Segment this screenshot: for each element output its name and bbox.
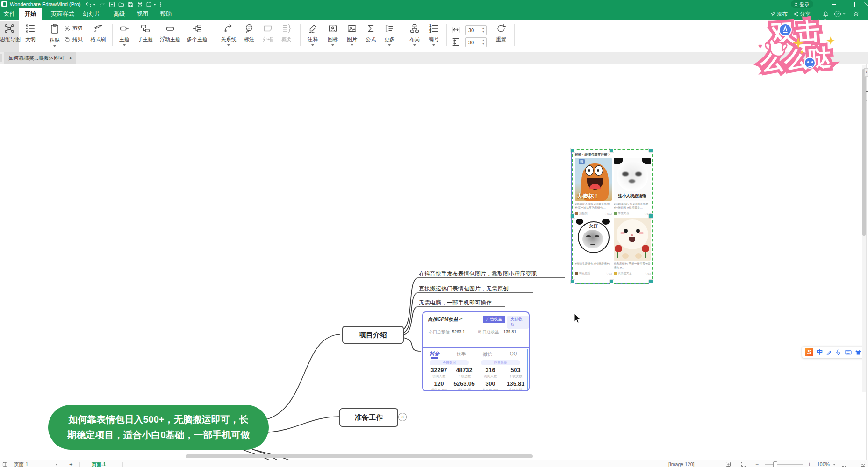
menu-page-style[interactable]: 页面样式 xyxy=(47,8,79,20)
print-icon[interactable] xyxy=(137,1,143,7)
ribbon-button-layout[interactable]: 布局 xyxy=(405,23,424,51)
panel-icon-fragment[interactable] xyxy=(866,117,868,123)
panel-icon-fragment[interactable] xyxy=(866,85,868,92)
horizontal-scrollbar-thumb[interactable] xyxy=(186,454,533,458)
menu-home[interactable]: 开始 xyxy=(19,8,42,20)
share-label[interactable]: 分享 xyxy=(800,8,811,20)
ribbon-button-icon[interactable]: 图标 xyxy=(323,23,342,51)
ribbon-button-formula[interactable]: 公式 xyxy=(362,23,380,51)
selection-handle[interactable] xyxy=(610,148,614,152)
save-icon[interactable] xyxy=(128,1,134,7)
open-folder-icon[interactable] xyxy=(118,1,124,7)
zoom-out-button[interactable]: − xyxy=(755,461,759,467)
ad-revenue-tab[interactable]: 广告收益 xyxy=(483,316,505,323)
ribbon-button-numbering[interactable]: 123 编号 xyxy=(424,23,443,51)
help-caret-icon[interactable] xyxy=(843,13,846,14)
undo-caret-icon[interactable] xyxy=(93,4,96,5)
add-page-button[interactable]: + xyxy=(69,461,73,467)
minimize-button[interactable] xyxy=(832,4,836,5)
minimap-icon[interactable] xyxy=(860,461,866,467)
branch-node-preparation[interactable]: 准备工作 xyxy=(339,408,398,427)
ime-toolbar[interactable]: S 中 xyxy=(802,347,868,358)
vspacing-down-icon[interactable]: ▼ xyxy=(482,42,485,46)
publish-icon[interactable] xyxy=(770,11,775,17)
horizontal-spacing-input[interactable]: ▲ ▼ xyxy=(465,25,487,35)
ribbon-button-subtopic[interactable]: 子主题 xyxy=(135,23,156,51)
central-topic-node[interactable]: 如何靠表情包日入500+，无脑搬运即可，长期稳定项目，适合小白0基础，一部手机可… xyxy=(48,405,269,450)
platform-tab-douyin[interactable]: 抖音 xyxy=(430,351,439,357)
zoom-level[interactable]: 100% xyxy=(817,461,830,467)
panel-icon-fragment[interactable] xyxy=(866,100,868,106)
ribbon-button-outline[interactable]: 大纲 xyxy=(22,23,39,51)
page-selector-caret-icon[interactable] xyxy=(56,464,58,465)
menu-file[interactable]: 文件 xyxy=(0,8,19,20)
notifications-bell-icon[interactable] xyxy=(823,11,829,17)
undo-icon[interactable] xyxy=(86,1,92,7)
horizontal-spacing-value[interactable] xyxy=(466,26,481,35)
topic-dropdown-icon[interactable] xyxy=(123,44,126,46)
new-file-icon[interactable] xyxy=(109,1,115,7)
menu-help[interactable]: 帮助 xyxy=(155,8,177,20)
menu-view[interactable]: 视图 xyxy=(132,8,153,20)
zoom-caret-icon[interactable] xyxy=(833,464,836,465)
publish-label[interactable]: 发布 xyxy=(777,8,788,20)
zoom-in-button[interactable]: + xyxy=(808,461,811,467)
ribbon-button-callout[interactable]: 标注 xyxy=(240,23,258,51)
page-tab-active[interactable]: 页面-1 xyxy=(92,461,106,467)
selection-handle[interactable] xyxy=(571,148,575,152)
quick-access-more-icon[interactable] xyxy=(158,2,163,7)
close-button[interactable] xyxy=(864,2,868,7)
ribbon-button-format-painter[interactable]: 格式刷 xyxy=(88,23,108,51)
ribbon-button-relationship[interactable]: 关系线 xyxy=(218,23,239,51)
document-tab[interactable]: 如何靠搞笑...脑搬运即可 ● xyxy=(4,52,76,64)
vertical-spacing-value[interactable] xyxy=(466,38,481,47)
picture-dropdown-icon[interactable] xyxy=(351,44,353,46)
page-selector[interactable]: 页面-1 xyxy=(14,461,28,467)
subtopic-node-1[interactable]: 在抖音快手发布表情包图片，靠取图小程序变现 xyxy=(419,270,537,278)
ime-skin-shirt-icon[interactable] xyxy=(855,349,861,355)
vertical-scrollbar-thumb[interactable] xyxy=(862,69,866,236)
menu-slides[interactable]: 幻灯片 xyxy=(79,8,105,20)
platform-tab-wechat[interactable]: 微信 xyxy=(483,351,492,358)
menu-advanced[interactable]: 高级 xyxy=(108,8,130,20)
maximize-button[interactable] xyxy=(850,2,855,7)
relationship-dropdown-icon[interactable] xyxy=(227,44,230,46)
share-icon[interactable] xyxy=(793,11,798,17)
platform-tab-kuaishou[interactable]: 快手 xyxy=(457,351,466,358)
ime-pen-icon[interactable] xyxy=(826,349,832,355)
subtopic-node-3[interactable]: 无需电脑，一部手机即可操作 xyxy=(419,299,492,307)
ribbon-button-floating-topic[interactable]: 浮动主题 xyxy=(157,23,183,51)
collapsed-children-badge[interactable]: 3 xyxy=(398,413,407,421)
ribbon-button-multiple-topics[interactable]: 多个主题 xyxy=(184,23,210,51)
ime-language-mode[interactable]: 中 xyxy=(817,348,823,356)
fullscreen-icon[interactable] xyxy=(841,461,847,467)
ribbon-button-mindmap[interactable]: 思维导图 xyxy=(0,21,19,54)
ribbon-button-cut[interactable]: 剪切 xyxy=(64,23,87,33)
layout-dropdown-icon[interactable] xyxy=(413,44,416,46)
ime-mic-icon[interactable] xyxy=(835,349,841,355)
ribbon-button-reset[interactable]: 重置 xyxy=(491,23,511,51)
branch-node-project-intro[interactable]: 项目介绍 xyxy=(342,326,404,344)
ribbon-button-paste[interactable]: 粘贴 xyxy=(46,23,64,51)
fit-window-icon[interactable] xyxy=(725,461,731,467)
more-dropdown-icon[interactable] xyxy=(388,44,391,46)
export-caret-icon[interactable] xyxy=(154,4,156,5)
redo-icon[interactable] xyxy=(99,1,105,7)
selection-handle[interactable] xyxy=(571,280,575,284)
ribbon-button-copy[interactable]: 拷贝 xyxy=(64,33,87,44)
login-button[interactable]: 登录 xyxy=(791,0,813,8)
cpm-revenue-image-node[interactable]: 自推CPM收益↗ 广告收益 支付收益 今日总预估 5263.1 昨日总收益 13… xyxy=(422,311,530,391)
icon-dropdown-icon[interactable] xyxy=(331,44,334,46)
ribbon-button-topic[interactable]: 主题 xyxy=(115,23,134,51)
selection-handle[interactable] xyxy=(610,280,614,284)
vertical-spacing-input[interactable]: ▲ ▼ xyxy=(465,37,487,47)
pay-revenue-tab[interactable]: 支付收益 xyxy=(507,316,529,329)
ribbon-button-note[interactable]: 注释 xyxy=(303,23,323,51)
fit-selection-icon[interactable] xyxy=(741,461,746,467)
export-icon[interactable] xyxy=(146,1,152,7)
selection-handle[interactable] xyxy=(649,280,653,284)
pages-panel-icon[interactable] xyxy=(2,462,7,467)
platform-tab-qq[interactable]: QQ xyxy=(510,351,517,356)
mindmap-canvas[interactable]: 如何靠表情包日入500+，无脑搬运即可，长期稳定项目，适合小白0基础，一部手机可… xyxy=(0,64,868,460)
selection-handle[interactable] xyxy=(571,214,575,218)
